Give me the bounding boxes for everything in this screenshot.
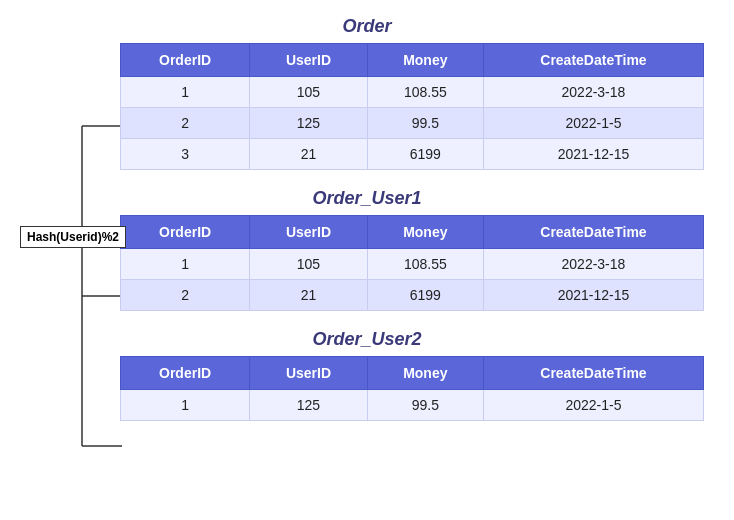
table-cell: 108.55 [367, 249, 483, 280]
table-cell: 21 [250, 139, 368, 170]
table-cell: 6199 [367, 280, 483, 311]
hash-label: Hash(Userid)%2 [20, 226, 126, 248]
table-cell: 105 [250, 77, 368, 108]
diagram-container: Hash(Userid)%2 Order OrderID UserID Mone… [20, 16, 714, 421]
table-cell: 1 [121, 390, 250, 421]
table-cell: 2 [121, 108, 250, 139]
order-user2-table: OrderID UserID Money CreateDateTime 1125… [120, 356, 704, 421]
table-cell: 21 [250, 280, 368, 311]
order-user2-col-datetime: CreateDateTime [483, 357, 703, 390]
order-user1-table-wrapper: OrderID UserID Money CreateDateTime 1105… [120, 215, 704, 311]
order-user2-col-orderid: OrderID [121, 357, 250, 390]
table-cell: 2022-1-5 [483, 108, 703, 139]
order-user1-header-row: OrderID UserID Money CreateDateTime [121, 216, 704, 249]
order-section: Order OrderID UserID Money CreateDateTim… [20, 16, 714, 170]
order-user1-col-orderid: OrderID [121, 216, 250, 249]
table-cell: 125 [250, 108, 368, 139]
order-title: Order [20, 16, 714, 37]
table-cell: 125 [250, 390, 368, 421]
table-cell: 1 [121, 77, 250, 108]
order-col-datetime: CreateDateTime [483, 44, 703, 77]
order-col-money: Money [367, 44, 483, 77]
order-user2-table-wrapper: OrderID UserID Money CreateDateTime 1125… [120, 356, 704, 421]
order-user1-section: Order_User1 OrderID UserID Money CreateD… [20, 188, 714, 311]
table-row: 1105108.552022-3-18 [121, 77, 704, 108]
table-row: 32161992021-12-15 [121, 139, 704, 170]
table-cell: 3 [121, 139, 250, 170]
order-user1-title: Order_User1 [20, 188, 714, 209]
table-cell: 99.5 [367, 390, 483, 421]
order-header-row: OrderID UserID Money CreateDateTime [121, 44, 704, 77]
order-user2-header-row: OrderID UserID Money CreateDateTime [121, 357, 704, 390]
table-row: 112599.52022-1-5 [121, 390, 704, 421]
order-col-userid: UserID [250, 44, 368, 77]
order-table-wrapper: OrderID UserID Money CreateDateTime 1105… [120, 43, 704, 170]
table-cell: 2021-12-15 [483, 139, 703, 170]
order-table: OrderID UserID Money CreateDateTime 1105… [120, 43, 704, 170]
table-row: 22161992021-12-15 [121, 280, 704, 311]
order-col-orderid: OrderID [121, 44, 250, 77]
table-cell: 1 [121, 249, 250, 280]
order-user1-table: OrderID UserID Money CreateDateTime 1105… [120, 215, 704, 311]
order-user2-col-money: Money [367, 357, 483, 390]
table-row: 212599.52022-1-5 [121, 108, 704, 139]
table-cell: 2 [121, 280, 250, 311]
table-cell: 105 [250, 249, 368, 280]
table-cell: 2022-3-18 [483, 249, 703, 280]
table-row: 1105108.552022-3-18 [121, 249, 704, 280]
order-user2-section: Order_User2 OrderID UserID Money CreateD… [20, 329, 714, 421]
order-user2-title: Order_User2 [20, 329, 714, 350]
table-cell: 2022-3-18 [483, 77, 703, 108]
order-user1-col-userid: UserID [250, 216, 368, 249]
table-cell: 99.5 [367, 108, 483, 139]
table-cell: 2021-12-15 [483, 280, 703, 311]
table-cell: 2022-1-5 [483, 390, 703, 421]
order-user1-col-datetime: CreateDateTime [483, 216, 703, 249]
table-cell: 6199 [367, 139, 483, 170]
table-cell: 108.55 [367, 77, 483, 108]
order-user1-col-money: Money [367, 216, 483, 249]
order-user2-col-userid: UserID [250, 357, 368, 390]
